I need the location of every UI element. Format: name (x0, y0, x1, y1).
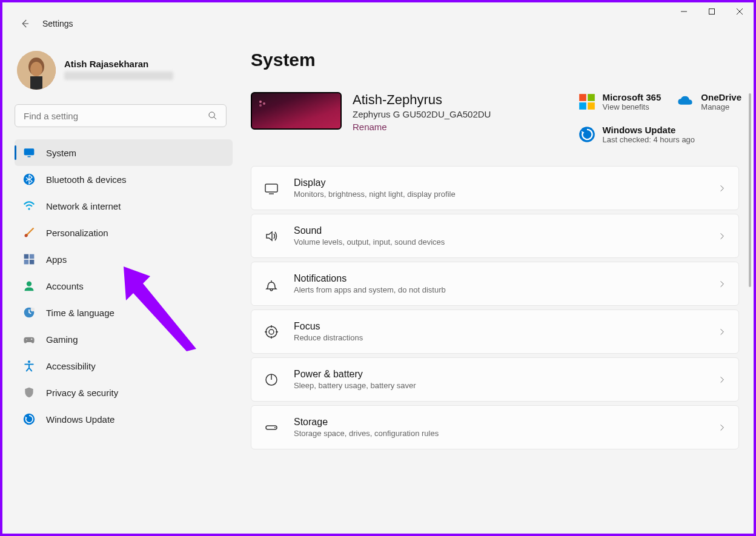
svg-rect-12 (28, 156, 31, 157)
svg-rect-16 (24, 254, 29, 259)
search-box[interactable] (15, 104, 227, 127)
update-icon (23, 413, 35, 425)
rename-link[interactable]: Rename (353, 122, 491, 132)
sidebar-item-label: Windows Update (46, 414, 114, 425)
svg-rect-11 (24, 148, 35, 155)
card-subtitle: Reduce distractions (294, 333, 703, 342)
sound-icon (264, 228, 279, 244)
system-icon (23, 147, 35, 159)
settings-card-power[interactable]: Power & battery Sleep, battery usage, ba… (251, 357, 739, 402)
update-title: Windows Update (603, 125, 695, 135)
onedrive-title: OneDrive (701, 92, 741, 102)
sidebar-item-update[interactable]: Windows Update (15, 406, 233, 432)
m365-title: Microsoft 365 (603, 92, 662, 102)
sidebar-item-time[interactable]: Time & language (15, 299, 233, 326)
display-icon (264, 180, 279, 196)
search-input[interactable] (24, 111, 208, 121)
notifications-icon (264, 276, 279, 292)
sidebar-item-gaming[interactable]: Gaming (15, 326, 233, 352)
sidebar-item-apps[interactable]: Apps (15, 246, 233, 273)
app-title: Settings (42, 19, 73, 28)
sidebar-item-system[interactable]: System (15, 139, 233, 166)
sidebar-item-label: Time & language (46, 308, 114, 318)
microsoft365-icon (579, 93, 595, 110)
sidebar-item-label: System (46, 148, 76, 158)
settings-card-notifications[interactable]: Notifications Alerts from apps and syste… (251, 262, 739, 306)
privacy-icon (23, 386, 35, 399)
maximize-button[interactable] (698, 2, 726, 21)
settings-card-display[interactable]: Display Monitors, brightness, night ligh… (251, 166, 739, 210)
avatar (17, 51, 56, 90)
chevron-right-icon (718, 232, 726, 240)
sidebar-item-bluetooth[interactable]: Bluetooth & devices (15, 166, 233, 193)
scrollbar[interactable] (749, 93, 751, 287)
sidebar-item-brush[interactable]: Personalization (15, 219, 233, 246)
svg-point-9 (209, 112, 214, 117)
close-button[interactable] (726, 2, 754, 21)
svg-rect-18 (24, 260, 29, 265)
sidebar-item-label: Network & internet (46, 201, 121, 211)
sidebar-item-wifi[interactable]: Network & internet (15, 193, 233, 219)
chevron-right-icon (718, 376, 726, 384)
status-update[interactable]: Windows Update Last checked: 4 hours ago (579, 125, 741, 144)
svg-rect-8 (30, 76, 42, 90)
sidebar-item-label: Gaming (46, 334, 78, 345)
wifi-icon (23, 200, 35, 212)
svg-rect-29 (588, 94, 595, 101)
accessibility-icon (23, 360, 35, 372)
svg-point-41 (274, 427, 276, 428)
settings-card-focus[interactable]: Focus Reduce distractions (251, 309, 739, 354)
card-subtitle: Volume levels, output, input, sound devi… (294, 237, 703, 246)
onedrive-sub: Manage (701, 102, 741, 111)
sidebar-item-accessibility[interactable]: Accessibility (15, 352, 233, 379)
svg-point-15 (25, 234, 28, 237)
svg-point-7 (30, 62, 42, 76)
windows-update-icon (579, 126, 595, 143)
onedrive-icon (677, 93, 694, 110)
sidebar-item-account[interactable]: Accounts (15, 273, 233, 299)
chevron-right-icon (718, 423, 726, 432)
svg-rect-30 (579, 102, 586, 110)
svg-line-10 (214, 117, 216, 119)
search-icon (208, 111, 217, 121)
sidebar-item-label: Bluetooth & devices (46, 174, 127, 185)
focus-icon (264, 324, 279, 340)
svg-point-36 (266, 326, 277, 337)
device-model: Zephyrus G GU502DU_GA502DU (353, 109, 491, 119)
card-title: Focus (294, 321, 703, 332)
apps-icon (23, 253, 35, 265)
sidebar-item-privacy[interactable]: Privacy & security (15, 379, 233, 406)
svg-point-24 (26, 339, 27, 340)
update-sub: Last checked: 4 hours ago (603, 135, 695, 144)
sidebar-item-label: Accounts (46, 281, 84, 291)
status-onedrive[interactable]: OneDrive Manage (677, 92, 741, 111)
svg-rect-31 (588, 102, 595, 110)
settings-card-sound[interactable]: Sound Volume levels, output, input, soun… (251, 214, 739, 258)
storage-icon (264, 420, 279, 435)
card-title: Sound (294, 225, 703, 236)
device-thumbnail[interactable] (251, 92, 342, 130)
gaming-icon (23, 333, 35, 345)
profile-block[interactable]: Atish Rajasekharan (15, 51, 233, 90)
minimize-button[interactable] (670, 2, 698, 21)
chevron-right-icon (718, 184, 726, 193)
page-title: System (251, 50, 741, 70)
svg-rect-19 (30, 260, 35, 265)
time-icon (23, 306, 35, 319)
card-subtitle: Storage space, drives, configuration rul… (294, 429, 703, 438)
card-subtitle: Monitors, brightness, night light, displ… (294, 190, 703, 199)
power-icon (264, 372, 279, 388)
card-title: Display (294, 177, 703, 188)
svg-rect-34 (265, 184, 277, 192)
card-subtitle: Alerts from apps and system, do not dist… (294, 285, 703, 294)
svg-point-25 (28, 360, 30, 363)
card-title: Power & battery (294, 369, 703, 380)
settings-card-storage[interactable]: Storage Storage space, drives, configura… (251, 405, 739, 449)
status-m365[interactable]: Microsoft 365 View benefits (579, 92, 662, 111)
chevron-right-icon (718, 328, 726, 336)
m365-sub: View benefits (603, 102, 662, 111)
sidebar-item-label: Accessibility (46, 361, 96, 371)
svg-rect-17 (30, 254, 35, 259)
profile-email-redacted (64, 71, 173, 80)
back-arrow-icon[interactable] (19, 18, 30, 29)
